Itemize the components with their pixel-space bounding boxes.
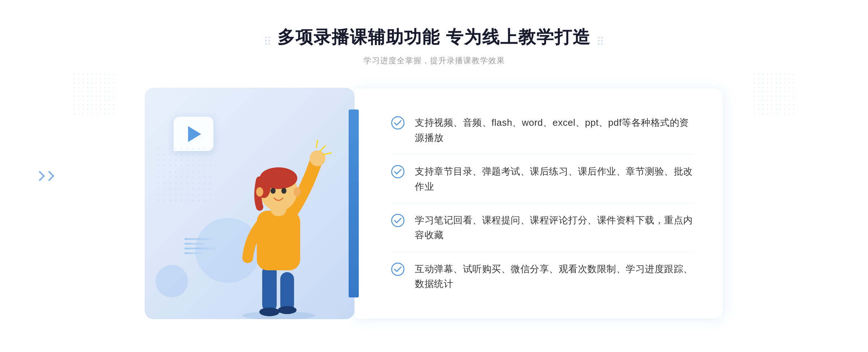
- check-icon-3: [391, 214, 405, 227]
- svg-point-11: [271, 188, 276, 194]
- deco-dots-right: [598, 37, 603, 45]
- card-dot-grid: [156, 146, 213, 203]
- check-icon-1: [391, 116, 405, 130]
- svg-point-21: [392, 263, 404, 275]
- header-section: 多项录播课辅助功能 专为线上教学打造 学习进度全掌握，提升录播课教学效果: [265, 26, 603, 66]
- check-icon-2: [391, 165, 405, 179]
- feature-item-2: 支持章节目录、弹题考试、课后练习、课后作业、章节测验、批改作业: [391, 155, 694, 203]
- svg-line-17: [316, 140, 318, 147]
- deco-dots-left: [265, 37, 270, 45]
- svg-point-3: [259, 308, 280, 316]
- chevron-icon-1: [35, 171, 45, 181]
- left-chevrons: [36, 172, 53, 180]
- feature-text-4: 互动弹幕、试听购买、微信分享、观看次数限制、学习进度跟踪、数据统计: [415, 262, 694, 292]
- page-title: 多项录播课辅助功能 专为线上教学打造: [277, 26, 590, 49]
- features-panel: 支持视频、音频、flash、word、excel、ppt、pdf等各种格式的资源…: [354, 88, 723, 319]
- svg-point-19: [392, 166, 404, 178]
- content-area: 支持视频、音频、flash、word、excel、ppt、pdf等各种格式的资源…: [145, 88, 723, 319]
- feature-text-1: 支持视频、音频、flash、word、excel、ppt、pdf等各种格式的资源…: [415, 115, 694, 145]
- feature-item-4: 互动弹幕、试听购买、微信分享、观看次数限制、学习进度跟踪、数据统计: [391, 253, 694, 300]
- circle-deco-small: [156, 265, 188, 297]
- svg-point-18: [392, 117, 404, 129]
- svg-line-15: [320, 146, 326, 151]
- svg-point-4: [278, 306, 297, 314]
- dot-pattern-right: [752, 72, 796, 116]
- svg-line-16: [324, 153, 331, 155]
- check-icon-4: [391, 262, 405, 276]
- feature-text-2: 支持章节目录、弹题考试、课后练习、课后作业、章节测验、批改作业: [415, 164, 694, 194]
- title-decoration: 多项录播课辅助功能 专为线上教学打造: [265, 26, 603, 55]
- svg-point-13: [256, 187, 263, 197]
- chevron-icon-2: [44, 171, 54, 181]
- dot-pattern-left: [72, 72, 116, 116]
- svg-rect-2: [280, 272, 294, 312]
- svg-point-6: [310, 150, 326, 166]
- person-illustration: [217, 124, 340, 319]
- illustration-card: [145, 88, 354, 319]
- svg-rect-1: [262, 265, 277, 312]
- svg-point-12: [281, 188, 286, 194]
- feature-item-1: 支持视频、音频、flash、word、excel、ppt、pdf等各种格式的资源…: [391, 107, 694, 154]
- blue-accent-bar: [349, 110, 359, 297]
- page-subtitle: 学习进度全掌握，提升录播课教学效果: [265, 55, 603, 66]
- svg-point-14: [294, 187, 301, 197]
- feature-text-3: 学习笔记回看、课程提问、课程评论打分、课件资料下载，重点内容收藏: [415, 213, 694, 243]
- svg-point-20: [392, 214, 404, 227]
- stripe-decoration: [184, 238, 217, 254]
- feature-item-3: 学习笔记回看、课程提问、课程评论打分、课件资料下载，重点内容收藏: [391, 204, 694, 252]
- play-icon: [188, 126, 201, 142]
- page-wrapper: 多项录播课辅助功能 专为线上教学打造 学习进度全掌握，提升录播课教学效果: [0, 0, 868, 352]
